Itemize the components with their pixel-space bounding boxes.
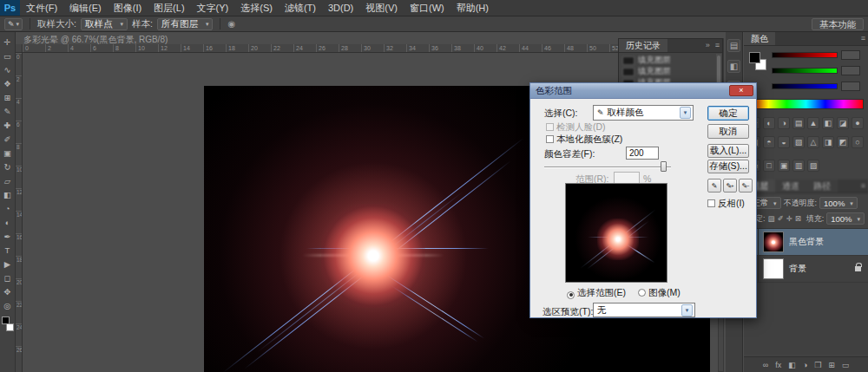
- detect-faces-row[interactable]: 检测人脸(D): [546, 121, 606, 134]
- image-radio-row[interactable]: 图像(M): [638, 287, 681, 299]
- tool-button[interactable]: ↻: [1, 160, 15, 173]
- fill-select[interactable]: 100% ▾: [826, 212, 865, 225]
- layer-panel-icon[interactable]: ▭: [842, 361, 850, 369]
- color-swatches[interactable]: [2, 317, 14, 331]
- adjustment-icon[interactable]: ●: [852, 117, 864, 129]
- tab-color[interactable]: 颜色: [744, 32, 775, 45]
- tool-button[interactable]: ◻: [1, 271, 15, 284]
- tool-button[interactable]: ⊞: [1, 90, 15, 104]
- select-dropdown[interactable]: ✎ 取样颜色 ▼: [593, 105, 694, 121]
- sample-size-select[interactable]: 取样点 ▾: [81, 18, 128, 30]
- localized-clusters-row[interactable]: 本地化颜色簇(Z): [546, 134, 622, 146]
- add-eyedropper-button[interactable]: ✎+: [723, 179, 737, 193]
- lock-pixels-icon[interactable]: ✐: [778, 214, 784, 223]
- invert-checkbox[interactable]: [707, 199, 715, 207]
- menu-item[interactable]: 帮助(H): [450, 0, 495, 16]
- menu-item[interactable]: 文件(F): [20, 0, 63, 16]
- red-value[interactable]: [841, 50, 860, 60]
- tool-button[interactable]: ▭: [1, 49, 15, 62]
- sampling-ring-icon[interactable]: ◉: [227, 19, 235, 29]
- lock-position-icon[interactable]: ✛: [786, 214, 792, 223]
- adjustment-icon[interactable]: ▧: [792, 136, 805, 148]
- layer-panel-icon[interactable]: ◑: [803, 361, 807, 369]
- selection-radio[interactable]: [567, 291, 575, 299]
- detect-faces-checkbox[interactable]: [546, 123, 554, 131]
- red-slider[interactable]: [772, 52, 838, 58]
- menu-item[interactable]: 视图(V): [359, 0, 404, 16]
- tool-button[interactable]: ✎: [1, 104, 15, 118]
- opacity-select[interactable]: 100% ▾: [819, 197, 858, 209]
- layer-panel-icon[interactable]: ⊞: [828, 361, 835, 369]
- panel-menu-icon[interactable]: ≡: [858, 32, 868, 45]
- layer-name[interactable]: 黑色背景: [789, 236, 824, 248]
- sample-select[interactable]: 所有图层 ▾: [157, 18, 214, 30]
- lock-all-icon[interactable]: ⊠: [795, 214, 801, 223]
- adjustment-icon[interactable]: ◧: [822, 117, 834, 129]
- tool-button[interactable]: ❖: [1, 76, 15, 90]
- foreground-color-swatch[interactable]: [2, 317, 10, 324]
- menu-item[interactable]: 图像(I): [108, 0, 148, 16]
- image-radio[interactable]: [638, 289, 646, 297]
- eyedropper-button[interactable]: ✎: [707, 179, 721, 193]
- adjustment-icon[interactable]: ◨: [822, 136, 834, 148]
- menu-item[interactable]: 窗口(W): [404, 0, 450, 16]
- layer-panel-icon[interactable]: ❒: [814, 361, 821, 369]
- collapsed-panel-icon[interactable]: ▤: [727, 39, 740, 52]
- layer-thumbnail[interactable]: [763, 258, 784, 279]
- blue-slider[interactable]: [772, 83, 838, 89]
- layer-row[interactable]: ◉ 背景: [744, 256, 868, 283]
- workspace-button[interactable]: 基本功能: [812, 18, 864, 30]
- menu-item[interactable]: 图层(L): [148, 0, 190, 16]
- tab-history[interactable]: 历史记录: [619, 39, 667, 52]
- blue-value[interactable]: [841, 82, 860, 91]
- tool-button[interactable]: ✐: [1, 132, 15, 146]
- adjustment-icon[interactable]: ◑: [778, 117, 790, 129]
- layer-name[interactable]: 背景: [789, 263, 806, 275]
- load-button[interactable]: 载入(L)...: [707, 144, 749, 158]
- tool-button[interactable]: ∿: [1, 62, 15, 76]
- collapse-panel-icon[interactable]: »: [703, 39, 713, 52]
- adjustment-icon[interactable]: ◓: [763, 136, 775, 148]
- layer-panel-icon[interactable]: ∞: [763, 361, 768, 369]
- close-button[interactable]: ×: [729, 85, 753, 96]
- dialog-titlebar[interactable]: 色彩范围 ×: [530, 83, 756, 99]
- selection-preview[interactable]: [565, 183, 667, 283]
- style-icon[interactable]: ▥: [792, 160, 805, 172]
- green-value[interactable]: [841, 66, 860, 75]
- tool-button[interactable]: ▶: [1, 257, 15, 271]
- panel-menu-icon[interactable]: ≡: [713, 39, 722, 52]
- adjustment-icon[interactable]: ○: [852, 136, 864, 148]
- green-slider[interactable]: [772, 68, 838, 74]
- background-color-swatch[interactable]: [6, 323, 14, 331]
- subtract-eyedropper-button[interactable]: ✎−: [739, 179, 753, 193]
- tab-channels[interactable]: 通道: [775, 179, 806, 193]
- adjustment-icon[interactable]: ◩: [837, 136, 849, 148]
- adjustment-icon[interactable]: ▲: [807, 117, 819, 129]
- fuzziness-slider-thumb[interactable]: [661, 161, 667, 172]
- tool-button[interactable]: ◧: [1, 187, 15, 201]
- tool-button[interactable]: ◔: [1, 201, 15, 215]
- lock-transparency-icon[interactable]: ▨: [768, 214, 775, 223]
- adjustment-icon[interactable]: ▤: [792, 117, 805, 129]
- history-item[interactable]: 填充图层: [619, 66, 722, 77]
- tool-button[interactable]: ✒: [1, 229, 15, 243]
- color-spectrum-bar[interactable]: [748, 99, 864, 109]
- tool-button[interactable]: ✚: [1, 118, 15, 132]
- selection-preview-dropdown[interactable]: 无 ▼: [593, 303, 695, 317]
- save-button[interactable]: 存储(S)...: [707, 160, 749, 173]
- layer-thumbnail[interactable]: [763, 232, 784, 252]
- menu-item[interactable]: 3D(D): [322, 0, 359, 16]
- invert-row[interactable]: 反相(I): [707, 198, 745, 210]
- tool-button[interactable]: ▱: [1, 173, 15, 187]
- tool-button[interactable]: ◐: [1, 215, 15, 229]
- menu-item[interactable]: 选择(S): [234, 0, 279, 16]
- ok-button[interactable]: 确定: [707, 106, 749, 121]
- style-icon[interactable]: □: [763, 160, 775, 172]
- tool-button[interactable]: ▣: [1, 146, 15, 160]
- adjustment-icon[interactable]: ◐: [763, 117, 775, 129]
- adjustment-icon[interactable]: ◒: [778, 136, 790, 148]
- style-icon[interactable]: ▨: [807, 160, 819, 172]
- menu-item[interactable]: 滤镜(T): [279, 0, 322, 16]
- selection-radio-row[interactable]: 选择范围(E): [567, 287, 626, 299]
- history-item[interactable]: 填充图层: [619, 55, 722, 66]
